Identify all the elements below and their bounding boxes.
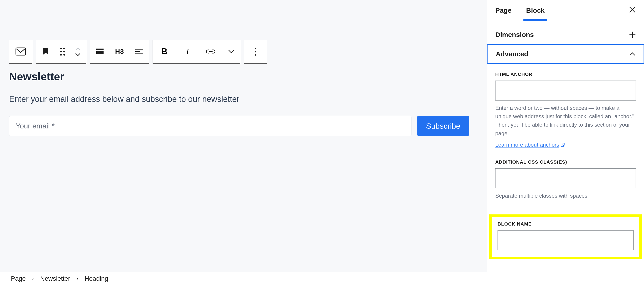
toolbar-heading-group: H3 bbox=[90, 40, 149, 63]
chevron-down-icon[interactable] bbox=[222, 40, 240, 63]
learn-more-anchors-link[interactable]: Learn more about anchors bbox=[495, 142, 565, 148]
bookmark-icon[interactable] bbox=[36, 40, 55, 63]
editor-canvas: Add title bbox=[0, 0, 487, 271]
breadcrumb: Page › Newsletter › Heading bbox=[0, 272, 644, 285]
newsletter-form: Your email * Subscribe bbox=[9, 116, 470, 136]
subscribe-button[interactable]: Subscribe bbox=[417, 116, 470, 136]
heading-block[interactable]: Newsletter bbox=[9, 70, 64, 83]
email-input[interactable]: Your email * bbox=[9, 116, 412, 136]
sidebar-tabs: Page Block bbox=[487, 0, 644, 21]
advanced-panel-body: HTML ANCHOR Enter a word or two — withou… bbox=[487, 64, 644, 208]
plus-icon bbox=[629, 31, 636, 38]
panel-advanced-wrapper: Advanced bbox=[487, 44, 644, 64]
italic-button[interactable]: I bbox=[176, 40, 199, 63]
tab-page[interactable]: Page bbox=[495, 1, 512, 20]
css-class-help: Separate multiple classes with spaces. bbox=[495, 192, 636, 200]
toolbar-block-type-group bbox=[9, 40, 32, 63]
svg-rect-0 bbox=[16, 48, 26, 55]
html-anchor-label: HTML ANCHOR bbox=[495, 71, 636, 77]
html-anchor-help: Enter a word or two — without spaces — t… bbox=[495, 104, 636, 138]
more-menu-button[interactable] bbox=[244, 40, 267, 63]
chevron-up-icon bbox=[630, 52, 635, 56]
tab-block[interactable]: Block bbox=[526, 1, 545, 20]
paragraph-block[interactable]: Enter your email address below and subsc… bbox=[9, 94, 240, 104]
chevron-right-icon: › bbox=[76, 276, 78, 282]
move-up-button[interactable] bbox=[75, 46, 80, 51]
crumb-heading[interactable]: Heading bbox=[84, 275, 108, 282]
move-arrows bbox=[70, 40, 86, 63]
toolbar-move-group bbox=[36, 40, 86, 63]
block-toolbar: H3 B I bbox=[9, 40, 267, 63]
toolbar-format-group: B I bbox=[152, 40, 240, 63]
block-name-input[interactable] bbox=[498, 230, 634, 250]
toolbar-more-group bbox=[244, 40, 267, 63]
block-name-label: BLOCK NAME bbox=[498, 221, 634, 227]
external-link-icon bbox=[561, 143, 565, 147]
envelope-icon[interactable] bbox=[9, 40, 32, 63]
settings-sidebar: Page Block Dimensions Advanced HTML ANCH… bbox=[487, 0, 644, 285]
html-anchor-input[interactable] bbox=[495, 80, 636, 100]
crumb-newsletter[interactable]: Newsletter bbox=[40, 275, 70, 282]
svg-rect-2 bbox=[96, 51, 104, 54]
chevron-right-icon: › bbox=[32, 276, 34, 282]
crumb-page[interactable]: Page bbox=[11, 275, 26, 282]
heading-level-button[interactable]: H3 bbox=[110, 40, 129, 63]
move-down-button[interactable] bbox=[75, 52, 80, 57]
panel-advanced[interactable]: Advanced bbox=[488, 45, 644, 63]
drag-handle-icon[interactable] bbox=[55, 40, 70, 63]
text-align-icon[interactable] bbox=[129, 40, 149, 63]
block-name-highlight: BLOCK NAME bbox=[489, 214, 642, 259]
svg-rect-1 bbox=[96, 48, 104, 50]
panel-dimensions[interactable]: Dimensions bbox=[487, 25, 644, 44]
css-class-label: ADDITIONAL CSS CLASS(ES) bbox=[495, 159, 636, 165]
link-text: Learn more about anchors bbox=[495, 142, 559, 148]
link-icon[interactable] bbox=[199, 40, 222, 63]
bold-button[interactable]: B bbox=[153, 40, 176, 63]
panel-dimensions-label: Dimensions bbox=[495, 31, 534, 38]
panel-advanced-label: Advanced bbox=[496, 50, 528, 58]
css-class-input[interactable] bbox=[495, 168, 636, 188]
align-icon[interactable] bbox=[90, 40, 110, 63]
close-icon[interactable] bbox=[629, 6, 636, 13]
